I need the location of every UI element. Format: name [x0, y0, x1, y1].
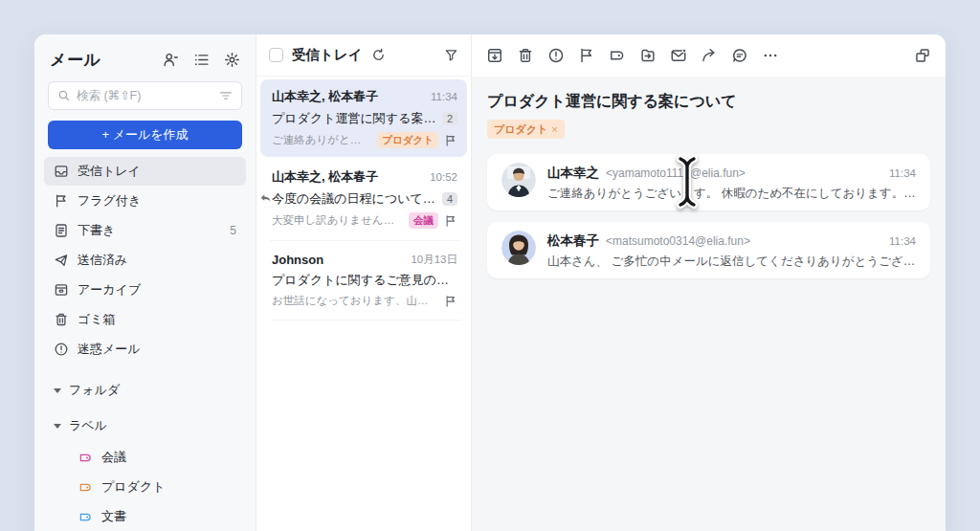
settings-gear-icon[interactable] — [224, 52, 240, 68]
mail-snippet: ご連絡ありがとうござい… — [272, 133, 371, 147]
sidebar-item-label: フラグ付き — [78, 192, 141, 210]
mail-list-item[interactable]: Johnson 10月13日 プロダクトに関するご意見のお願い お世話になってお… — [260, 244, 467, 317]
message-card[interactable]: 松本春子 <matsumoto0314@elia.fun> 11:34 山本さん… — [487, 222, 930, 278]
spam-alert-icon[interactable] — [547, 47, 565, 64]
comment-icon[interactable] — [731, 47, 748, 64]
contacts-icon[interactable] — [163, 52, 179, 68]
search-filter-icon[interactable] — [219, 89, 233, 102]
label-name: 文書 — [101, 508, 126, 525]
sidebar-group-folders[interactable]: フォルダ — [54, 382, 236, 399]
chevron-down-icon — [54, 424, 61, 429]
select-all-checkbox[interactable] — [269, 48, 283, 62]
sidebar-item-label: 受信トレイ — [78, 163, 141, 180]
sidebar-item-label: アーカイブ — [78, 281, 141, 299]
mark-read-icon[interactable] — [670, 47, 687, 64]
forward-icon[interactable] — [701, 47, 718, 64]
draft-icon — [54, 223, 69, 238]
archive-icon — [54, 282, 69, 298]
app-title: メール — [50, 49, 163, 71]
flag-icon[interactable] — [444, 134, 457, 147]
sidebar-item-label: 下書き — [78, 222, 115, 239]
avatar — [501, 163, 536, 197]
sender-email: <matsumoto0314@elia.fun> — [606, 234, 750, 248]
list-divider — [270, 240, 461, 241]
flag-icon[interactable] — [444, 295, 457, 308]
move-to-folder-icon[interactable] — [639, 47, 657, 64]
sidebar-item-flagged[interactable]: フラグ付き — [44, 187, 246, 215]
group-label: ラベル — [69, 417, 107, 434]
flag-icon[interactable] — [578, 47, 595, 64]
sidebar-header: メール — [34, 34, 256, 81]
mail-list-item[interactable]: 山本幸之, 松本春子 11:34 プロダクト運営に関する案につ… 2 ご連絡あり… — [260, 79, 467, 157]
mail-list-pane: 受信トレイ 山本幸之, 松本春子 11:34 プロダクト運営に関する案につ… — [256, 34, 472, 531]
filter-funnel-icon[interactable] — [444, 48, 458, 62]
inbox-icon — [54, 164, 69, 179]
sidebar-item-label: 送信済み — [78, 252, 127, 269]
message-snippet: ご連絡ありがとうございます。 休暇のため不在にしております。休暇明け以降の返信と… — [547, 186, 916, 202]
list-divider — [270, 320, 461, 321]
mail-detail-pane: プロダクト運営に関する案について プロダクト × — [472, 34, 946, 531]
trash-icon[interactable] — [517, 47, 534, 64]
label-tag-icon — [78, 480, 93, 495]
sent-icon — [54, 253, 69, 268]
mail-snippet: お世話になっております、山本様。… — [272, 294, 438, 308]
sidebar-item-label: 迷惑メール — [78, 341, 141, 358]
task-list-icon[interactable] — [193, 52, 210, 68]
refresh-icon[interactable] — [371, 48, 386, 62]
mail-subject: 今度の会議の日程についてお… — [272, 190, 436, 208]
search-icon — [57, 89, 71, 102]
sidebar-item-trash[interactable]: ゴミ箱 — [44, 305, 246, 334]
open-in-new-window-icon[interactable] — [914, 47, 931, 64]
mail-senders: Johnson — [272, 253, 405, 267]
sidebar-nav: 受信トレイ フラグ付き 下書き 5 — [34, 157, 256, 364]
flag-icon[interactable] — [444, 214, 457, 228]
detail-toolbar — [472, 34, 946, 77]
mail-list-header: 受信トレイ — [256, 34, 471, 77]
thread-count-badge: 4 — [442, 192, 457, 206]
tag-label: プロダクト — [494, 122, 547, 137]
thread-count-badge: 2 — [442, 112, 457, 125]
compose-mail-button[interactable]: + メールを作成 — [48, 121, 242, 149]
detail-body: プロダクト運営に関する案について プロダクト × — [472, 77, 946, 531]
archive-icon[interactable] — [486, 47, 503, 64]
sidebar-label-meeting[interactable]: 会議 — [44, 443, 246, 472]
mail-time: 10:52 — [430, 171, 457, 183]
sidebar-item-sent[interactable]: 送信済み — [44, 246, 246, 275]
message-card[interactable]: 山本幸之 <yamamoto1115@elia.fun> 11:34 ご連絡あり… — [487, 154, 930, 210]
sidebar-label-documents[interactable]: 文書 — [44, 502, 246, 531]
search-placeholder: 検索 (⌘⇧F) — [77, 88, 213, 104]
chevron-down-icon — [54, 388, 61, 393]
remove-tag-icon[interactable]: × — [551, 123, 557, 135]
spam-alert-icon — [54, 342, 69, 357]
label-tag-icon — [78, 510, 93, 524]
mail-tag-badge: 会議 — [409, 212, 438, 229]
sidebar-item-inbox[interactable]: 受信トレイ — [44, 157, 246, 186]
label-tag-icon[interactable] — [609, 47, 626, 64]
sidebar: メール — [34, 34, 256, 531]
mail-tag-badge: プロダクト — [377, 132, 438, 148]
mail-list-title: 受信トレイ — [292, 46, 363, 64]
more-ellipsis-icon[interactable] — [762, 47, 779, 64]
group-label: フォルダ — [69, 382, 120, 399]
sender-name: 松本春子 — [547, 232, 599, 250]
sidebar-label-product[interactable]: プロダクト — [44, 473, 246, 501]
avatar — [501, 231, 536, 265]
mail-time: 11:34 — [431, 91, 457, 102]
sender-name: 山本幸之 — [547, 165, 599, 182]
mail-snippet: 大変申し訳ありませんが、フ… — [272, 213, 403, 228]
sidebar-group-labels[interactable]: ラベル — [54, 417, 236, 434]
message-time: 11:34 — [889, 167, 916, 179]
label-tag-icon — [78, 451, 93, 465]
sidebar-item-label: ゴミ箱 — [78, 311, 116, 328]
message-time: 11:34 — [889, 235, 916, 247]
search-input[interactable]: 検索 (⌘⇧F) — [48, 81, 242, 110]
sidebar-item-archive[interactable]: アーカイブ — [44, 276, 246, 304]
sidebar-item-drafts[interactable]: 下書き 5 — [44, 216, 246, 245]
mail-list-item[interactable]: 山本幸之, 松本春子 10:52 今度の会議の日程についてお… 4 大変申し訳あ… — [260, 160, 467, 237]
drafts-count: 5 — [230, 224, 236, 237]
label-name: プロダクト — [101, 478, 166, 496]
trash-icon — [54, 312, 69, 327]
flag-icon — [54, 193, 69, 209]
sidebar-item-spam[interactable]: 迷惑メール — [44, 335, 246, 364]
thread-tag-chip[interactable]: プロダクト × — [487, 120, 565, 139]
